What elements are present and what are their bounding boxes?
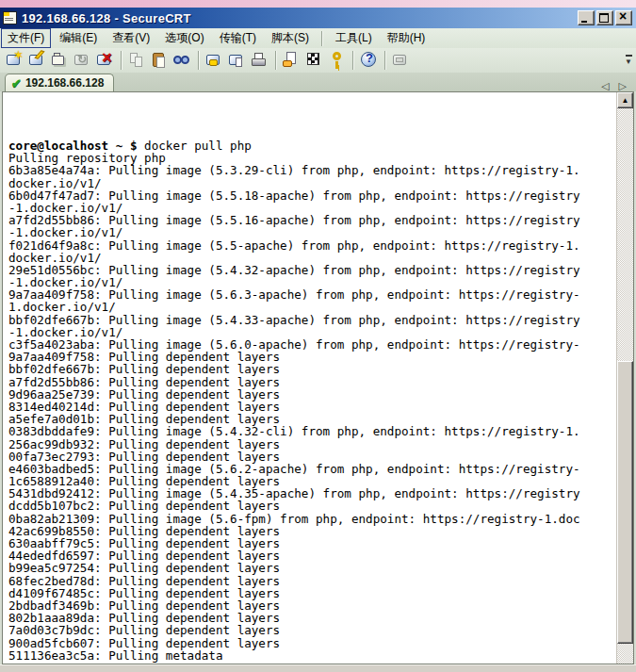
copy-icon[interactable]: [127, 50, 148, 71]
terminal-line: bbf02dfe667b: Pulling image (5.4.33-apac…: [8, 314, 616, 326]
print-icon[interactable]: [250, 50, 270, 71]
toolbar-separator: [198, 51, 200, 70]
terminal-line: 00fa73ec2793: Pulling dependent layers: [8, 451, 616, 463]
terminal-line: 9d96aa25e739: Pulling dependent layers: [8, 388, 616, 401]
terminal-line: 0383dbddafe9: Pulling image (5.4.32-cli)…: [8, 425, 616, 437]
raw-log-icon[interactable]: [227, 50, 248, 71]
terminal-line: a7fd2d55bb86: Pulling dependent layers: [8, 376, 616, 388]
tab-scroll-right-icon[interactable]: ▷: [619, 81, 627, 91]
terminal-line: 256ac99db932: Pulling dependent layers: [8, 438, 616, 451]
menu-item-5[interactable]: 脚本(S): [265, 28, 316, 48]
session-options-icon[interactable]: [282, 50, 302, 71]
menu-bar: 文件(F)编辑(E)查看(V)选项(O)传输(T)脚本(S)工具(L)帮助(H): [0, 28, 636, 49]
toolbar-separator: [352, 51, 354, 70]
terminal-pane: core@localhost ~ $ docker pull phpPullin…: [2, 91, 634, 664]
session-tab[interactable]: ✔ 192.168.66.128: [5, 74, 114, 91]
menu-item-3[interactable]: 选项(O): [158, 28, 210, 48]
terminal-line: 6b3a85e4a74a: Pulling image (5.3.29-cli)…: [8, 164, 616, 176]
terminal-line: d4109f67485c: Pulling dependent layers: [8, 587, 616, 599]
maximize-button[interactable]: [596, 10, 613, 25]
reconnect-icon[interactable]: [73, 50, 93, 71]
toolbar-separator: [384, 51, 386, 70]
app-icon-lines: [5, 18, 13, 19]
key-icon[interactable]: [327, 50, 348, 71]
titlebar[interactable]: 192.168.66.128 - SecureCRT: [0, 8, 636, 28]
menu-item-4[interactable]: 传输(T): [213, 28, 263, 48]
terminal-line: docker.io/v1/: [8, 252, 616, 264]
vertical-scrollbar: ▲: [616, 92, 633, 664]
app-icon-accent: [4, 12, 9, 16]
scroll-up-button[interactable]: ▲: [617, 92, 633, 108]
terminal-line: bbf02dfe667b: Pulling dependent layers: [8, 363, 616, 375]
toolbar-separator: [275, 51, 277, 70]
terminal-line: 1.docker.io/v1/: [8, 301, 616, 313]
terminal-line: 900ad5fcb607: Pulling dependent layers: [8, 637, 616, 649]
toolbar-overflow-button[interactable]: ▼: [623, 52, 634, 69]
terminal-line: -1.docker.io/v1/: [8, 226, 616, 238]
toolbar: ▼: [0, 48, 636, 73]
connect-tab-icon[interactable]: [50, 50, 71, 71]
terminal-line: 0ba82ab21309: Pulling image (5.6-fpm) fr…: [8, 513, 616, 525]
menu-item-0[interactable]: 文件(F): [1, 28, 51, 48]
window-left-border: [0, 91, 2, 664]
menu-item-6[interactable]: 工具(L): [329, 28, 379, 48]
log-session-icon[interactable]: [204, 50, 225, 71]
connect-icon[interactable]: [27, 50, 48, 71]
menu-separator: [321, 31, 323, 46]
window-bottom-border: [0, 664, 636, 672]
close-button[interactable]: [615, 10, 632, 25]
terminal-line: docker.io/v1/: [8, 177, 616, 189]
window-title: 192.168.66.128 - SecureCRT: [22, 11, 191, 25]
quick-connect-icon[interactable]: [5, 50, 25, 71]
scrollbar-thumb[interactable]: [617, 361, 633, 644]
help-icon[interactable]: [359, 50, 380, 71]
tab-scroll-left-icon[interactable]: ◁: [601, 81, 609, 91]
toolbar-separator: [121, 51, 122, 70]
background-window-strip: [0, 0, 636, 8]
file-manager-icon[interactable]: [391, 50, 412, 71]
terminal-line: b99ea5c97254: Pulling dependent layers: [8, 562, 616, 574]
menu-item-2[interactable]: 查看(V): [106, 28, 156, 48]
minimize-button[interactable]: [578, 10, 595, 25]
app-icon[interactable]: [3, 11, 18, 25]
menu-item-7[interactable]: 帮助(H): [381, 28, 432, 48]
terminal-line: 511136ea3c5a: Pulling metadata: [8, 649, 616, 662]
window-controls: [578, 10, 636, 25]
find-icon[interactable]: [172, 50, 193, 71]
tab-navigation: ◁ ▷: [601, 81, 636, 91]
terminal-line: 7a0d03c7b9dc: Pulling dependent layers: [8, 624, 616, 636]
paste-icon[interactable]: [150, 50, 171, 71]
terminal-line: 68fec2bed78d: Pulling dependent layers: [8, 575, 616, 587]
securecrt-window: 192.168.66.128 - SecureCRT 文件(F)编辑(E)查看(…: [0, 0, 636, 672]
session-tab-label: 192.168.66.128: [25, 76, 104, 90]
terminal-line: 6b0d47f47ad7: Pulling image (5.5.18-apac…: [8, 189, 616, 202]
terminal-line: f021d64f9a8c: Pulling image (5.5-apache)…: [8, 239, 616, 252]
terminal-line: dcdd5b107bc2: Pulling dependent layers: [8, 500, 616, 512]
global-options-icon[interactable]: [304, 50, 325, 71]
menu-item-1[interactable]: 编辑(E): [53, 28, 104, 48]
terminal-output[interactable]: core@localhost ~ $ docker pull phpPullin…: [3, 92, 616, 664]
connected-check-icon: ✔: [11, 76, 22, 90]
disconnect-icon[interactable]: [95, 50, 116, 71]
tab-bar: ✔ 192.168.66.128 ◁ ▷: [0, 73, 636, 91]
